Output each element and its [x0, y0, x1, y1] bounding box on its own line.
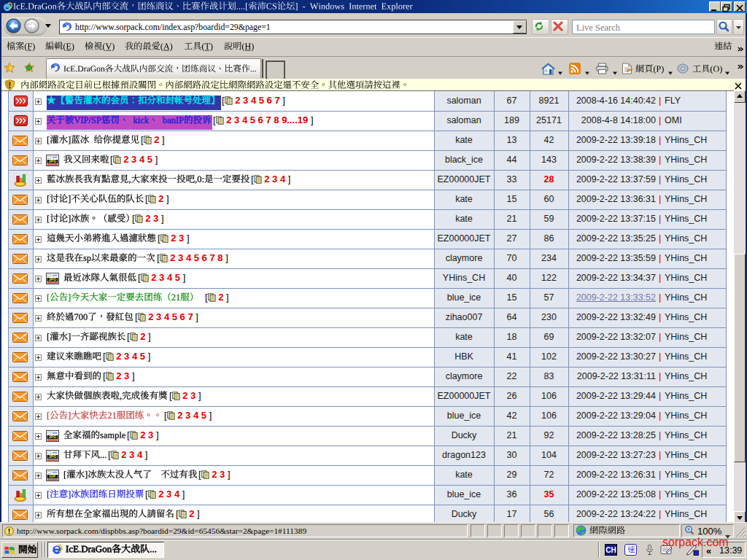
svg-text:JPG: JPG — [49, 454, 57, 459]
svg-text:JPG: JPG — [49, 159, 57, 163]
svg-text:GIF: GIF — [50, 474, 57, 478]
svg-text:JPG: JPG — [49, 435, 57, 439]
svg-text:JPG: JPG — [49, 277, 57, 281]
svg-text:CH: CH — [605, 546, 616, 554]
